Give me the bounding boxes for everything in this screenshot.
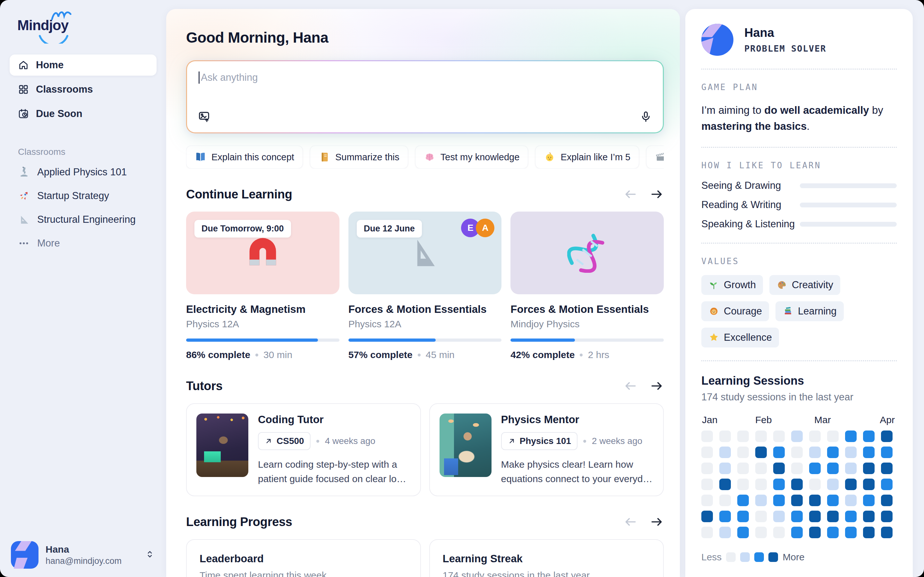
course-stats: 57% complete 45 min	[349, 350, 502, 360]
tutor-description: Learn coding step-by-step with a patient…	[258, 457, 411, 486]
heatmap-cell	[737, 495, 749, 506]
quick-action-chip[interactable]: Explain like I’m 5	[535, 145, 639, 169]
sidebar-classroom-item[interactable]: Applied Physics 101	[10, 160, 157, 184]
card-subtitle: 174 study sessions in the last year	[443, 570, 651, 577]
arrow-right-icon[interactable]	[650, 379, 664, 393]
heatmap-legend: LessMore	[701, 552, 897, 562]
tutor-description: Make physics clear! Learn how equations …	[501, 457, 654, 486]
learning-style-row: Seeing & Drawing	[701, 180, 897, 191]
calendar-clock-icon	[18, 108, 29, 119]
progress-label: 57% complete	[349, 350, 413, 360]
arrow-left-icon[interactable]	[624, 379, 638, 393]
profile-avatar	[11, 541, 39, 569]
heatmap-cell	[701, 511, 713, 522]
divider	[701, 243, 897, 243]
heatmap-cell	[809, 430, 821, 442]
sidebar-classroom-item[interactable]: Structural Engineering	[10, 208, 157, 231]
heatmap-cell	[719, 463, 731, 474]
learning-style-row: Speaking & Listening	[701, 218, 897, 230]
heatmap-cell	[809, 511, 821, 522]
heatmap-cell	[737, 430, 749, 442]
course-cover	[510, 211, 664, 294]
heatmap-cell	[809, 527, 821, 538]
value-chips: Growth Creativity Courage Learning Excel…	[701, 275, 897, 348]
heatmap-cell	[863, 511, 875, 522]
arrow-right-icon[interactable]	[650, 187, 664, 201]
heatmap-cell	[773, 527, 785, 538]
style-bar	[800, 203, 897, 207]
value-chip: Growth	[701, 275, 763, 295]
heatmap-cell	[719, 430, 731, 442]
course-subtitle: Physics 12A	[349, 319, 502, 330]
heatmap-cell	[773, 430, 785, 442]
heatmap-cell	[827, 495, 838, 506]
chevron-up-down-icon[interactable]	[144, 549, 155, 561]
heatmap-cell	[863, 430, 875, 442]
heatmap-month-label: Mar	[814, 414, 831, 425]
palette-icon	[776, 279, 787, 290]
heatmap-cell	[827, 527, 838, 538]
course-card[interactable]: Due 12 June EA Forces & Motion Essential…	[349, 211, 502, 360]
tutor-last-used: 2 weeks ago	[592, 436, 642, 446]
magnet-icon	[243, 233, 283, 273]
tutor-course-tag[interactable]: Physics 101	[501, 432, 577, 450]
text-caret	[199, 71, 200, 84]
microscope-icon	[18, 166, 30, 178]
heatmap-cell	[791, 446, 803, 458]
heatmap-cell	[719, 479, 731, 490]
card-title: Leaderboard	[200, 553, 407, 565]
heatmap-cell	[773, 511, 785, 522]
tutor-card[interactable]: Physics Mentor Physics 101 2 weeks ago M…	[429, 403, 664, 496]
heatmap-cell	[845, 511, 857, 522]
progress-label: 86% complete	[186, 350, 250, 360]
arrow-left-icon[interactable]	[624, 515, 638, 529]
books-icon	[782, 306, 793, 317]
course-card[interactable]: Due Tomorrow, 9:00 Electricity & Magneti…	[186, 211, 339, 360]
arrow-up-right-icon	[264, 437, 273, 445]
tutor-last-used: 4 weeks ago	[325, 436, 375, 446]
quick-action-chip[interactable]: Explain this concept	[186, 145, 303, 169]
learning-progress-header: Learning Progress	[186, 515, 664, 529]
heatmap-cell	[755, 430, 767, 442]
heatmap-cell	[737, 446, 749, 458]
sidebar-profile[interactable]: Hana hana@mindjoy.com	[10, 541, 157, 569]
value-chip: Creativity	[769, 275, 840, 295]
divider	[701, 360, 897, 361]
image-upload-icon[interactable]	[198, 111, 210, 124]
arrow-left-icon[interactable]	[624, 187, 638, 201]
progress-card[interactable]: Leaderboard Time spent learning this wee…	[186, 539, 421, 577]
ask-input[interactable]: Ask anything	[187, 61, 663, 132]
sidebar-item-home[interactable]: Home	[10, 55, 157, 76]
sidebar-classroom-item[interactable]: Startup Strategy	[10, 184, 157, 208]
main-panel: Good Morning, Hana Ask anything Explain …	[166, 9, 680, 577]
section-title: Learning Progress	[186, 515, 292, 529]
heatmap-cell	[773, 463, 785, 474]
microphone-icon[interactable]	[640, 111, 652, 124]
tutors-header: Tutors	[186, 379, 664, 393]
heatmap-cell	[809, 463, 821, 474]
dot-separator	[255, 354, 258, 356]
heatmap-cell	[737, 527, 749, 538]
sidebar-item-due-soon[interactable]: Due Soon	[10, 103, 157, 124]
heatmap-cell	[737, 479, 749, 490]
heatmap-cell	[773, 495, 785, 506]
sidebar-more[interactable]: More	[10, 231, 157, 255]
tutor-card[interactable]: Coding Tutor CS500 4 weeks ago Learn cod…	[186, 403, 421, 496]
learning-style-row: Reading & Writing	[701, 199, 897, 211]
arrow-right-icon[interactable]	[650, 515, 664, 529]
quick-action-chip[interactable]: Summarize this	[310, 145, 408, 169]
heatmap-cell	[845, 463, 857, 474]
tutor-course-tag[interactable]: CS500	[258, 432, 310, 450]
sidebar-item-classrooms[interactable]: Classrooms	[10, 79, 157, 100]
heatmap-cell	[845, 527, 857, 538]
duration-label: 30 min	[263, 350, 292, 360]
due-badge: Due 12 June	[357, 220, 422, 237]
progress-card[interactable]: Learning Streak 174 study sessions in th…	[429, 539, 664, 577]
heatmap-cell	[791, 495, 803, 506]
quick-action-chip[interactable]: Test my knowledge	[415, 145, 528, 169]
course-card[interactable]: Forces & Motion Essentials Mindjoy Physi…	[510, 211, 664, 360]
heatmap-cell	[863, 495, 875, 506]
sidebar-nav: HomeClassroomsDue Soon	[10, 55, 157, 124]
quick-action-chip[interactable]	[646, 145, 664, 169]
heatmap-cell	[755, 463, 767, 474]
